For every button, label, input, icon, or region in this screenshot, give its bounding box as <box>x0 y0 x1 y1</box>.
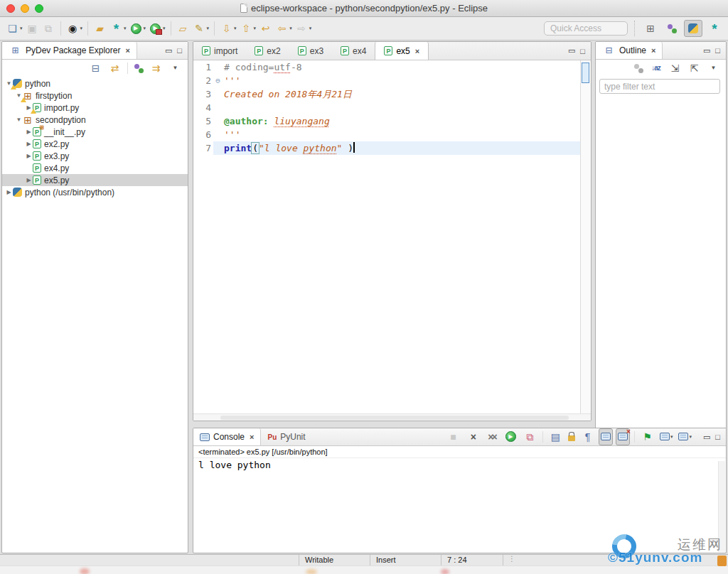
statusbar-drag-handle[interactable]: ⋮ <box>508 555 515 563</box>
pin-console-button[interactable]: ⚑ <box>639 428 655 445</box>
forward-button[interactable]: ⇨▾ <box>294 20 314 37</box>
console-output[interactable]: l love python <box>193 458 726 535</box>
tree-item-secondpytion[interactable]: ▼⊞secondpytion <box>2 114 188 126</box>
save-icon: ▣ <box>26 22 39 36</box>
dropdown-arrow-icon: ▾ <box>124 26 127 31</box>
open-console-button[interactable]: ▾ <box>677 428 693 445</box>
run-profile-button[interactable]: ▶▾ <box>147 20 167 37</box>
maximize-view-button[interactable]: □ <box>177 46 182 55</box>
tree-item-python-usr-bin-python-[interactable]: ▶python (/usr/bin/python) <box>2 186 188 198</box>
remove-all-terminated-button[interactable]: ×× <box>483 428 500 445</box>
terminate-button[interactable]: ■ <box>445 428 461 445</box>
user-profile-button[interactable]: ◉▾ <box>65 20 85 37</box>
close-icon[interactable]: × <box>125 46 129 55</box>
maximize-view-button[interactable]: □ <box>715 433 720 441</box>
clear-console-button[interactable]: ▤ <box>547 428 564 445</box>
save-button[interactable]: ▣ <box>24 20 41 37</box>
writable-status: Writable <box>299 555 370 565</box>
link-with-editor-button[interactable]: ⇄ <box>107 60 123 77</box>
link-disabled-button[interactable] <box>632 60 645 77</box>
expand-all-button[interactable]: ⇱ <box>686 60 702 77</box>
editor-tab-import[interactable]: Pimport <box>193 42 246 60</box>
expand-arrow-icon[interactable]: ▶ <box>25 141 33 147</box>
copy-console-button[interactable]: ⧉ <box>522 428 538 445</box>
previous-annotation-button[interactable]: ⇧▾ <box>238 20 258 37</box>
annotation-brush-button[interactable]: ✎▾ <box>191 20 211 37</box>
console-scrollbar[interactable] <box>718 461 725 552</box>
fold-marker-icon[interactable]: ⊖ <box>213 74 223 87</box>
package-explorer-tab[interactable]: ⊞ PyDev Package Explorer × <box>2 42 137 59</box>
debug-button[interactable]: *▾ <box>108 20 128 37</box>
terminate-icon: ■ <box>446 430 460 443</box>
expand-arrow-icon[interactable]: ▶ <box>25 129 33 135</box>
maximize-view-button[interactable]: □ <box>715 46 720 55</box>
quick-access-input[interactable] <box>544 21 628 36</box>
expand-arrow-icon[interactable]: ▶ <box>25 177 33 183</box>
minimize-view-button[interactable]: ▭ <box>703 433 710 442</box>
tree-item-ex5-py[interactable]: ▶Pex5.py <box>2 174 188 186</box>
new-wizard-button[interactable]: ❏▾ <box>4 20 24 37</box>
editor-tab-ex4[interactable]: Pex4 <box>332 42 375 60</box>
console-output-text: l love python <box>198 460 271 470</box>
console-tab-console[interactable]: Console× <box>193 428 261 445</box>
bottom-strip <box>0 566 728 574</box>
open-perspective-button[interactable]: ⊞ <box>641 20 660 37</box>
tree-item-import-py[interactable]: ▶Pimport.py <box>2 102 188 114</box>
save-all-button[interactable]: ⧉ <box>41 20 57 37</box>
perspective-debug-button[interactable]: * <box>705 20 724 37</box>
editor-tab-ex2[interactable]: Pex2 <box>246 42 289 60</box>
collapse-all-button[interactable]: ⊟ <box>87 60 104 77</box>
sort-alphabetical-button[interactable]: ↓az <box>648 60 664 77</box>
sync-view-button[interactable]: ⇉ <box>148 60 164 77</box>
tree-item-ex3-py[interactable]: ▶Pex3.py <box>2 150 188 162</box>
back-button[interactable]: ⇦▾ <box>274 20 294 37</box>
maximize-view-button[interactable]: □ <box>580 47 585 55</box>
outline-tab[interactable]: ⊟ Outline × <box>596 42 663 59</box>
close-icon[interactable]: × <box>651 46 655 55</box>
zoom-window-button[interactable] <box>35 4 43 13</box>
tree-item-firstpytion[interactable]: ▼⊞firstpytion <box>2 90 188 102</box>
show-on-stdout-button[interactable] <box>599 428 613 445</box>
last-edit-location-button[interactable]: ↩ <box>257 20 274 37</box>
minimize-window-button[interactable] <box>21 4 29 13</box>
scroll-lock-button[interactable] <box>567 428 577 445</box>
tree-item-ex2-py[interactable]: ▶Pex2.py <box>2 138 188 150</box>
close-window-button[interactable] <box>6 4 15 13</box>
relaunch-button[interactable]: ▶ <box>503 428 519 445</box>
horizontal-scrollbar[interactable] <box>193 413 592 421</box>
view-menu-button[interactable]: ▼ <box>705 60 722 77</box>
scrollbar-thumb[interactable] <box>220 416 569 420</box>
overview-ruler[interactable] <box>580 60 591 414</box>
view-menu-button[interactable]: ▼ <box>167 60 183 77</box>
collapse-all-button[interactable]: ⇲ <box>667 60 683 77</box>
tree-item-python[interactable]: ▼python <box>2 77 188 90</box>
expand-arrow-icon[interactable]: ▶ <box>5 189 13 195</box>
outline-filter-input[interactable] <box>599 79 720 94</box>
show-on-stderr-button[interactable] <box>616 428 630 445</box>
scrollbar-thumb[interactable] <box>582 63 589 83</box>
editor-tab-ex5[interactable]: Pex5× <box>375 42 429 60</box>
tree-item--init-py[interactable]: ▶P__init__.py <box>2 126 188 138</box>
display-console-button[interactable]: ▾ <box>658 428 675 445</box>
expand-arrow-icon[interactable]: ▼ <box>15 117 23 123</box>
tree-item-ex4-py[interactable]: Pex4.py <box>2 162 188 174</box>
minimize-view-button[interactable]: ▭ <box>568 46 575 55</box>
pydev-browser-button[interactable]: ▰ <box>92 20 108 37</box>
run-button[interactable]: ▶▾ <box>128 20 148 37</box>
open-resource-button[interactable]: ▱ <box>175 20 191 37</box>
close-icon[interactable]: × <box>250 433 254 441</box>
minimize-view-button[interactable]: ▭ <box>165 46 172 55</box>
word-wrap-button[interactable]: ¶ <box>579 428 596 445</box>
expand-arrow-icon[interactable]: ▶ <box>25 153 33 159</box>
filters-button[interactable] <box>132 60 145 77</box>
code-editor[interactable]: 1# coding=utf-82⊖'''3Created on 2018年4月2… <box>193 60 591 414</box>
minimize-view-button[interactable]: ▭ <box>703 46 710 55</box>
console-tab-pyunit[interactable]: PuPyUnit <box>261 428 311 445</box>
remove-launch-button[interactable]: × <box>464 428 481 445</box>
close-icon[interactable]: × <box>415 47 419 55</box>
copy-console-icon: ⧉ <box>523 430 537 443</box>
perspective-other-button[interactable] <box>663 20 681 37</box>
perspective-python-button[interactable] <box>684 20 702 37</box>
next-annotation-button[interactable]: ⇩▾ <box>218 20 238 37</box>
editor-tab-ex3[interactable]: Pex3 <box>289 42 332 60</box>
